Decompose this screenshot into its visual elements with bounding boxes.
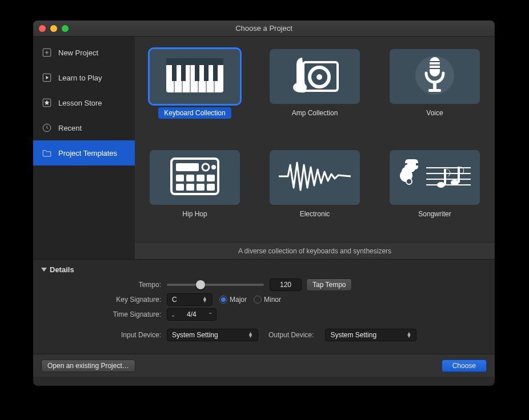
svg-rect-11 [213, 65, 218, 81]
choose-button[interactable]: Choose [442, 360, 487, 372]
template-thumb [390, 49, 480, 104]
amp-icon [286, 55, 343, 98]
store-icon [41, 97, 53, 108]
template-thumb [150, 150, 240, 205]
details-header-label: Details [50, 265, 74, 274]
tempo-slider-knob[interactable] [196, 280, 205, 289]
open-existing-project-button[interactable]: Open an existing Project… [41, 360, 135, 372]
svg-point-32 [211, 165, 216, 169]
sidebar-item-label: Lesson Store [58, 99, 102, 107]
input-device-label: Input Device: [41, 331, 167, 339]
recent-icon [41, 122, 53, 134]
drum-machine-icon [169, 156, 221, 199]
time-signature-stepper[interactable]: ⌄ 4/4 ⌃ [167, 308, 217, 321]
new-project-icon [41, 47, 53, 58]
sidebar-item-project-templates[interactable]: Project Templates [33, 140, 135, 165]
mode-minor-label: Minor [264, 296, 281, 304]
guitar-notes-icon [398, 156, 472, 199]
svg-rect-28 [428, 89, 441, 92]
template-keyboard-collection[interactable]: Keyboard Collection [146, 49, 243, 141]
output-device-select[interactable]: System Setting ▲▼ [325, 329, 416, 341]
template-hip-hop[interactable]: Hip Hop [146, 150, 243, 242]
mode-minor-radio[interactable] [254, 296, 262, 304]
sidebar-item-label: Recent [58, 124, 82, 132]
learn-icon [41, 72, 53, 83]
output-device-value: System Setting [330, 331, 376, 339]
key-signature-select[interactable]: C ▲▼ [167, 293, 213, 306]
stepper-up-button[interactable]: ⌃ [205, 308, 216, 321]
svg-rect-36 [207, 175, 215, 181]
svg-rect-9 [195, 65, 199, 81]
minimize-window-button[interactable] [50, 25, 57, 32]
key-signature-label: Key Signature: [41, 296, 167, 304]
mode-major-radio[interactable] [219, 296, 227, 304]
mode-major-label: Major [230, 296, 247, 304]
template-thumb [270, 49, 360, 104]
svg-rect-30 [176, 163, 199, 171]
details-panel: Details Tempo: 120 Tap Tempo Key Signatu… [33, 259, 495, 354]
svg-point-45 [437, 182, 445, 188]
svg-rect-39 [197, 184, 205, 191]
svg-rect-38 [186, 184, 194, 191]
tempo-field[interactable]: 120 [270, 278, 302, 291]
output-device-label: Output Device: [268, 331, 319, 339]
details-disclosure[interactable]: Details [41, 265, 487, 274]
input-device-select[interactable]: System Setting ▲▼ [167, 329, 258, 341]
template-label: Songwriter [412, 208, 456, 220]
svg-point-21 [293, 82, 307, 92]
sidebar-item-recent[interactable]: Recent [33, 115, 135, 140]
input-device-value: System Setting [172, 331, 218, 339]
template-content: Keyboard Collection [135, 37, 495, 259]
tap-tempo-button[interactable]: Tap Tempo [306, 278, 352, 291]
svg-rect-48 [458, 167, 460, 183]
footer: Open an existing Project… Choose [33, 354, 495, 377]
project-chooser-window: Choose a Project New Project Learn to Pl… [33, 21, 495, 386]
select-arrows-icon: ▲▼ [202, 297, 207, 302]
chevron-down-icon [41, 268, 47, 272]
zoom-window-button[interactable] [62, 25, 69, 32]
titlebar: Choose a Project [33, 21, 495, 37]
template-label: Amp Collection [286, 107, 344, 119]
template-label: Hip Hop [177, 208, 213, 220]
close-window-button[interactable] [39, 25, 46, 32]
sidebar-item-lesson-store[interactable]: Lesson Store [33, 90, 135, 115]
svg-point-20 [316, 74, 322, 80]
window-title: Choose a Project [33, 24, 495, 33]
template-electronic[interactable]: Electronic [266, 150, 363, 242]
template-songwriter[interactable]: Songwriter [386, 150, 483, 242]
svg-rect-23 [430, 57, 440, 76]
sidebar-item-learn-to-play[interactable]: Learn to Play [33, 65, 135, 90]
svg-rect-27 [433, 82, 436, 89]
sidebar-item-label: New Project [58, 49, 98, 57]
waveform-icon [278, 159, 352, 196]
svg-rect-35 [197, 175, 205, 181]
sidebar-item-label: Learn to Play [58, 74, 102, 82]
stepper-down-button[interactable]: ⌄ [167, 308, 179, 321]
svg-point-31 [202, 164, 209, 171]
template-thumb [390, 150, 480, 205]
template-amp-collection[interactable]: Amp Collection [266, 49, 363, 141]
key-signature-value: C [172, 296, 177, 304]
select-arrows-icon: ▲▼ [406, 332, 411, 338]
window-body: New Project Learn to Play Lesson Store [33, 37, 495, 386]
time-signature-label: Time Signature: [41, 310, 167, 318]
sidebar-item-label: Project Templates [58, 149, 117, 158]
svg-rect-46 [444, 169, 446, 185]
svg-rect-33 [176, 175, 184, 181]
upper-pane: New Project Learn to Play Lesson Store [33, 37, 495, 259]
keyboard-icon [166, 58, 223, 95]
svg-marker-2 [46, 76, 49, 79]
template-voice[interactable]: Voice [386, 49, 483, 141]
template-thumb [270, 150, 360, 205]
tempo-label: Tempo: [41, 281, 167, 289]
template-thumb [150, 49, 240, 104]
sidebar-item-new-project[interactable]: New Project [33, 40, 135, 65]
select-arrows-icon: ▲▼ [248, 332, 253, 338]
svg-rect-8 [181, 65, 186, 81]
tempo-slider[interactable] [167, 284, 264, 286]
time-signature-value: 4/4 [179, 310, 205, 318]
svg-rect-34 [186, 175, 194, 181]
microphone-icon [415, 52, 455, 100]
svg-point-47 [451, 180, 459, 185]
template-label: Electronic [294, 208, 336, 220]
